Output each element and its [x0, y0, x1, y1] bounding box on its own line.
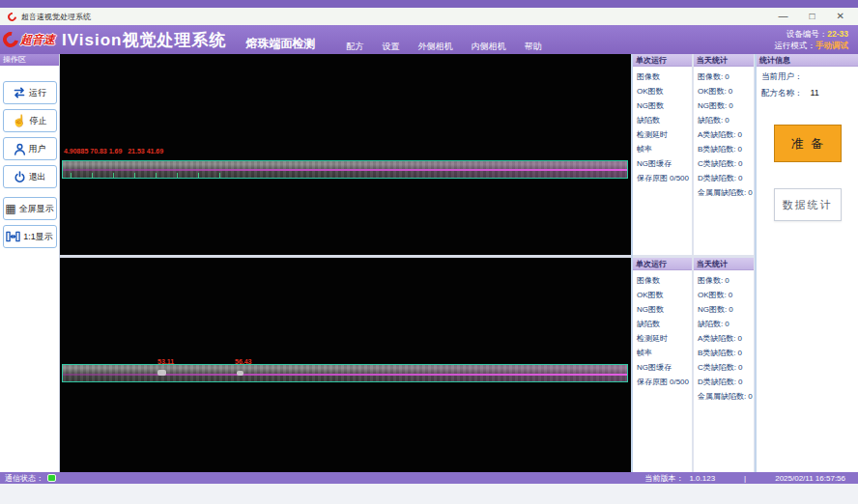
run-cycle-icon: [13, 87, 26, 98]
one-to-one-button-label: 1:1显示: [23, 231, 53, 243]
run-mode-value: 手动调试: [815, 41, 848, 50]
stat-row: 金属屑缺陷数:0: [698, 389, 754, 404]
brand-logo: 超音速: [3, 32, 55, 48]
stat-row: D类缺陷数:0: [698, 171, 754, 185]
app-title: IVision视觉处理系统: [62, 29, 226, 51]
fullscreen-button-label: 全屏显示: [19, 203, 54, 215]
version-value: 1.0.123: [689, 474, 715, 483]
logo-text: 超音速: [20, 32, 55, 48]
menu-item[interactable]: 配方: [346, 41, 363, 53]
user-button[interactable]: 用户: [3, 137, 57, 160]
device-number-value: 22-33: [827, 29, 848, 39]
one-to-one-button[interactable]: 1:1显示: [3, 225, 57, 248]
daily-stats-title: 当天统计: [694, 258, 754, 270]
inspection-strip-roi: [62, 364, 628, 382]
stat-row: NG图数: [637, 98, 692, 113]
minimize-button[interactable]: —: [779, 9, 788, 24]
separator: |: [744, 474, 746, 483]
sidebar-title: 操作区: [0, 54, 59, 66]
titlebar: 超音速视觉处理系统 — □ ✕: [0, 8, 858, 25]
stat-row: A类缺陷数:0: [698, 331, 754, 346]
statistics-info-panel: 统计信息 当前用户： 配方名称：11 准备 数据统计: [757, 54, 858, 472]
stat-row: OK图数: [637, 288, 692, 302]
menu-item[interactable]: 帮助: [524, 41, 541, 53]
stat-row: C类缺陷数:0: [698, 360, 754, 375]
stat-row: D类缺陷数:0: [698, 375, 754, 389]
exit-button[interactable]: 退出: [3, 165, 57, 188]
single-run-panel-bottom: 单次运行 图像数OK图数NG图数缺陷数检测延时帧率NG图缓存保存原图0/500: [633, 258, 692, 472]
data-statistics-button[interactable]: 数据统计: [774, 188, 842, 221]
version-label: 当前版本：: [644, 473, 683, 484]
stat-row: NG图数:0: [698, 302, 754, 317]
run-mode-label: 运行模式：: [775, 41, 816, 50]
exit-button-label: 退出: [29, 171, 46, 183]
current-user-row: 当前用户：: [757, 71, 858, 83]
recipe-name-label: 配方名称：: [761, 88, 803, 98]
stat-row: C类缺陷数:0: [698, 156, 754, 171]
main-area: 操作区 运行 ☝ 停止 用户 退出 ▦ 全屏显示: [0, 54, 858, 472]
comm-status-led: [47, 474, 56, 482]
main-menu: 配方设置外侧相机内侧相机帮助: [346, 41, 541, 53]
stat-row: 缺陷数:0: [698, 113, 754, 127]
close-button[interactable]: ✕: [837, 9, 844, 24]
stat-row: OK图数: [637, 84, 692, 98]
maximize-button[interactable]: □: [810, 9, 815, 24]
stat-row: NG图数:0: [698, 98, 754, 113]
stat-row: 保存原图0/500: [637, 375, 692, 389]
window-controls: — □ ✕: [779, 9, 850, 24]
device-info: 设备编号：22-33 运行模式：手动调试: [775, 28, 849, 52]
info-panel-title: 统计信息: [757, 54, 858, 67]
stat-row: NG图缓存: [637, 156, 692, 171]
one-to-one-icon: [6, 231, 20, 242]
menu-item[interactable]: 外侧相机: [417, 41, 452, 53]
app-subtitle: 熔珠端面检测: [245, 36, 315, 52]
power-icon: [14, 171, 26, 183]
stat-row: B类缺陷数:0: [698, 142, 754, 156]
device-number-label: 设备编号：: [786, 29, 828, 39]
datetime: 2025/02/11 16:57:56: [775, 474, 845, 483]
single-run-title: 单次运行: [633, 54, 692, 67]
recipe-name-row: 配方名称：11: [757, 88, 858, 99]
stat-row: B类缺陷数:0: [698, 346, 754, 360]
app-icon: [6, 11, 18, 23]
stop-button-label: 停止: [29, 115, 46, 127]
stat-row: OK图数:0: [698, 288, 754, 302]
fullscreen-button[interactable]: ▦ 全屏显示: [3, 197, 57, 220]
prepare-button[interactable]: 准备: [774, 125, 842, 162]
single-run-title: 单次运行: [633, 258, 692, 270]
run-button[interactable]: 运行: [3, 81, 57, 104]
outer-camera-view: 4.90885 70.83 1.69 21.53 41.69: [60, 54, 631, 255]
desktop-area: [0, 484, 858, 504]
stat-row: 帧率: [637, 142, 692, 156]
recipe-name-value: 11: [811, 88, 819, 98]
stat-row: 金属屑缺陷数:0: [698, 185, 754, 200]
stat-row: 图像数:0: [698, 273, 754, 288]
stat-row: 保存原图0/500: [637, 171, 692, 185]
defect-blob: [237, 371, 243, 376]
operation-sidebar: 操作区 运行 ☝ 停止 用户 退出 ▦ 全屏显示: [0, 54, 60, 472]
stat-row: 检测延时: [637, 127, 692, 142]
camera-viewports: 4.90885 70.83 1.69 21.53 41.69 53.11 56.…: [60, 54, 632, 472]
tick-marks: [71, 173, 235, 178]
stat-row: 图像数: [637, 70, 692, 84]
window-title: 超音速视觉处理系统: [21, 12, 91, 22]
laser-line: [63, 374, 627, 376]
run-button-label: 运行: [29, 87, 46, 99]
current-user-label: 当前用户：: [761, 71, 803, 81]
user-icon: [14, 143, 26, 155]
app-window: 超音速视觉处理系统 — □ ✕ 超音速 IVision视觉处理系统 熔珠端面检测…: [0, 0, 858, 504]
stop-button[interactable]: ☝ 停止: [3, 109, 57, 132]
stat-row: NG图缓存: [637, 360, 692, 375]
fullscreen-grid-icon: ▦: [5, 203, 15, 214]
daily-stats-panel-bottom: 当天统计 图像数:0OK图数:0NG图数:0缺陷数:0A类缺陷数:0B类缺陷数:…: [694, 258, 754, 472]
menu-item[interactable]: 内侧相机: [471, 41, 505, 53]
app-header: 超音速 IVision视觉处理系统 熔珠端面检测 配方设置外侧相机内侧相机帮助 …: [0, 25, 858, 54]
version-info: 当前版本： 1.0.123 | 2025/02/11 16:57:56: [644, 473, 853, 484]
single-run-panel-top: 单次运行 图像数OK图数NG图数缺陷数检测延时帧率NG图缓存保存原图0/500: [633, 54, 692, 255]
menu-item[interactable]: 设置: [382, 41, 399, 53]
stat-row: 图像数: [637, 273, 692, 288]
top-accent-strip: [0, 0, 858, 8]
user-button-label: 用户: [29, 143, 46, 155]
measurement-annotation: 4.90885 70.83 1.69 21.53 41.69: [64, 148, 163, 154]
stat-row: 缺陷数: [637, 113, 692, 127]
